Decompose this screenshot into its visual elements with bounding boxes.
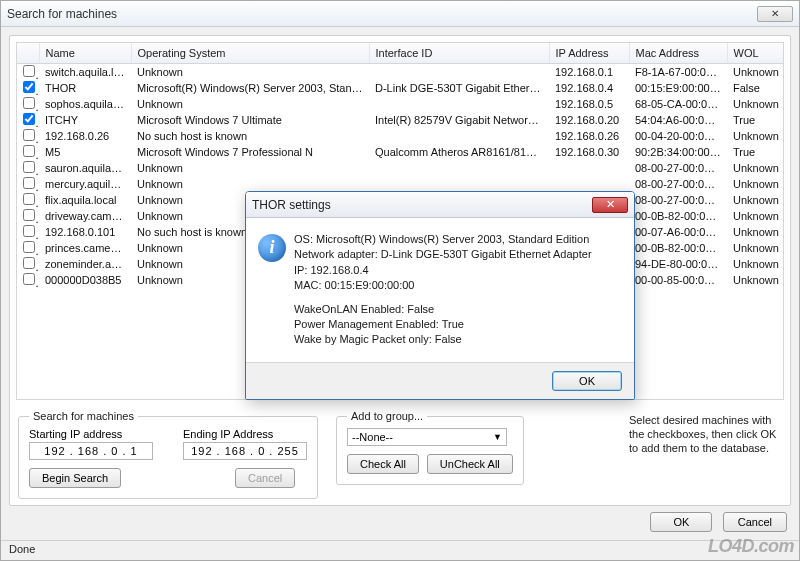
dialog-body: i OS: Microsoft(R) Windows(R) Server 200…	[246, 218, 634, 362]
row-checkbox[interactable]	[23, 65, 35, 77]
cell-mac: 94-DE-80-00:00:00	[629, 256, 727, 272]
thor-settings-dialog: THOR settings ✕ i OS: Microsoft(R) Windo…	[245, 191, 635, 400]
row-checkbox[interactable]	[23, 177, 35, 189]
dialog-line-magic: Wake by Magic Packet only: False	[294, 332, 592, 347]
cell-wol: Unknown	[727, 256, 784, 272]
cell-interface	[369, 64, 549, 81]
row-checkbox[interactable]	[23, 161, 35, 173]
dialog-line-pm: Power Management Enabled: True	[294, 317, 592, 332]
dialog-line-wol: WakeOnLAN Enabled: False	[294, 302, 592, 317]
table-row[interactable]: 192.168.0.26No such host is known192.168…	[17, 128, 784, 144]
col-checkbox[interactable]	[17, 43, 39, 64]
cell-mac: 90:2B:34:00:00:00	[629, 144, 727, 160]
row-checkbox[interactable]	[23, 113, 35, 125]
row-checkbox[interactable]	[23, 81, 35, 93]
cell-ip: 192.168.0.5	[549, 96, 629, 112]
window-close-button[interactable]: ✕	[757, 6, 793, 22]
end-ip-label: Ending IP Address	[183, 428, 307, 440]
cell-name: zoneminder.aquil...	[39, 256, 131, 272]
uncheck-all-button[interactable]: UnCheck All	[427, 454, 513, 474]
cell-os: Microsoft Windows 7 Ultimate	[131, 112, 369, 128]
table-row[interactable]: THORMicrosoft(R) Windows(R) Server 2003,…	[17, 80, 784, 96]
row-checkbox[interactable]	[23, 129, 35, 141]
help-text: Select desired machines with the checkbo…	[629, 414, 784, 455]
search-cancel-button: Cancel	[235, 468, 295, 488]
cell-mac: 00-00-85-00:00:00	[629, 272, 727, 288]
col-ip[interactable]: IP Address	[549, 43, 629, 64]
dialog-close-button[interactable]: ✕	[592, 197, 628, 213]
start-ip-input[interactable]: 192 . 168 . 0 . 1	[29, 442, 153, 460]
add-to-group-fieldset: Add to group... --None-- ▼ Check All UnC…	[336, 410, 524, 485]
cell-wol: Unknown	[727, 208, 784, 224]
cell-mac: 00-04-20-00:00:00	[629, 128, 727, 144]
cell-os: Microsoft(R) Windows(R) Server 2003, Sta…	[131, 80, 369, 96]
row-checkbox[interactable]	[23, 145, 35, 157]
row-checkbox[interactable]	[23, 193, 35, 205]
cell-name: M5	[39, 144, 131, 160]
col-wol[interactable]: WOL	[727, 43, 784, 64]
dialog-title: THOR settings	[252, 198, 331, 212]
cell-ip: 192.168.0.20	[549, 112, 629, 128]
cell-ip: 192.168.0.30	[549, 144, 629, 160]
main-panel: Name Operating System Interface ID IP Ad…	[9, 35, 791, 506]
titlebar: Search for machines ✕	[1, 1, 799, 27]
cell-name: driveway.camer...	[39, 208, 131, 224]
cell-mac: 00-0B-82-00:00:00	[629, 240, 727, 256]
dialog-line-os: OS: Microsoft(R) Windows(R) Server 2003,…	[294, 232, 592, 247]
cell-name: mercury.aquila.l...	[39, 176, 131, 192]
col-interface[interactable]: Interface ID	[369, 43, 549, 64]
table-row[interactable]: ITCHYMicrosoft Windows 7 UltimateIntel(R…	[17, 112, 784, 128]
table-row[interactable]: M5Microsoft Windows 7 Professional NQual…	[17, 144, 784, 160]
cell-name: 192.168.0.26	[39, 128, 131, 144]
end-ip-input[interactable]: 192 . 168 . 0 . 255	[183, 442, 307, 460]
cell-mac: 08-00-27-00:00:00	[629, 192, 727, 208]
dialog-line-adapter: Network adapter: D-Link DGE-530T Gigabit…	[294, 247, 592, 262]
group-select[interactable]: --None-- ▼	[347, 428, 507, 446]
dialog-line-mac: MAC: 00:15:E9:00:00:00	[294, 278, 592, 293]
cell-interface	[369, 96, 549, 112]
col-mac[interactable]: Mac Address	[629, 43, 727, 64]
window-title: Search for machines	[7, 7, 117, 21]
cell-wol: Unknown	[727, 64, 784, 81]
search-machines-window: Search for machines ✕ Name Operating Sys…	[0, 0, 800, 561]
cell-mac: 00:15:E9:00:00:00	[629, 80, 727, 96]
cell-name: sauron.aquila.lo...	[39, 160, 131, 176]
cell-interface	[369, 160, 549, 176]
col-name[interactable]: Name	[39, 43, 131, 64]
info-icon: i	[258, 234, 286, 262]
table-row[interactable]: sauron.aquila.lo...Unknown08-00-27-00:00…	[17, 160, 784, 176]
cell-wol: Unknown	[727, 224, 784, 240]
cell-os: Unknown	[131, 64, 369, 81]
dialog-ok-button[interactable]: OK	[552, 371, 622, 391]
cell-wol: Unknown	[727, 272, 784, 288]
cell-wol: Unknown	[727, 128, 784, 144]
cell-ip	[549, 176, 629, 192]
cell-interface	[369, 176, 549, 192]
add-group-legend: Add to group...	[347, 410, 427, 422]
cell-name: THOR	[39, 80, 131, 96]
close-icon: ✕	[771, 8, 779, 19]
cell-interface	[369, 128, 549, 144]
row-checkbox[interactable]	[23, 209, 35, 221]
begin-search-button[interactable]: Begin Search	[29, 468, 121, 488]
row-checkbox[interactable]	[23, 257, 35, 269]
cell-os: No such host is known	[131, 128, 369, 144]
table-row[interactable]: mercury.aquila.l...Unknown08-00-27-00:00…	[17, 176, 784, 192]
cancel-button[interactable]: Cancel	[723, 512, 787, 532]
table-row[interactable]: sophos.aquila.lo...Unknown192.168.0.568-…	[17, 96, 784, 112]
start-ip-label: Starting IP address	[29, 428, 153, 440]
ok-button[interactable]: OK	[650, 512, 712, 532]
cell-name: sophos.aquila.lo...	[39, 96, 131, 112]
cell-ip: 192.168.0.26	[549, 128, 629, 144]
table-row[interactable]: switch.aquila.localUnknown192.168.0.1F8-…	[17, 64, 784, 81]
row-checkbox[interactable]	[23, 273, 35, 285]
row-checkbox[interactable]	[23, 225, 35, 237]
table-header-row: Name Operating System Interface ID IP Ad…	[17, 43, 784, 64]
check-all-button[interactable]: Check All	[347, 454, 419, 474]
col-os[interactable]: Operating System	[131, 43, 369, 64]
row-checkbox[interactable]	[23, 97, 35, 109]
row-checkbox[interactable]	[23, 241, 35, 253]
cell-wol: True	[727, 144, 784, 160]
cell-mac: F8-1A-67-00:00:00	[629, 64, 727, 81]
cell-wol: False	[727, 80, 784, 96]
